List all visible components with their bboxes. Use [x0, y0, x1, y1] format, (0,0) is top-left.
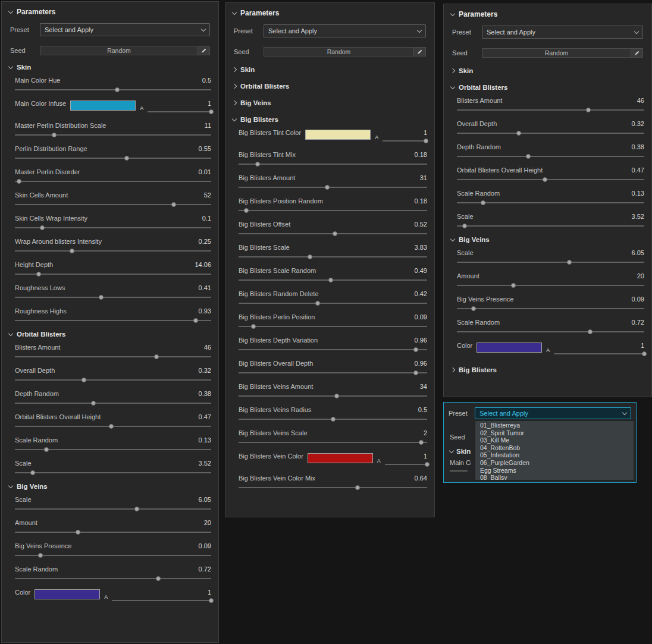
- slider-handle[interactable]: [481, 200, 485, 205]
- slider[interactable]: [239, 323, 427, 329]
- section-header-skin[interactable]: Skin: [450, 448, 475, 455]
- slider-handle[interactable]: [244, 208, 249, 213]
- slider-handle[interactable]: [424, 139, 428, 143]
- slider[interactable]: [239, 439, 427, 445]
- section-header-big-veins[interactable]: Big Veins: [451, 236, 644, 243]
- slider[interactable]: [239, 254, 427, 260]
- slider[interactable]: [385, 461, 427, 467]
- preset-select[interactable]: Select and Apply: [40, 23, 210, 36]
- slider[interactable]: [239, 347, 427, 353]
- section-header-skin[interactable]: Skin: [451, 67, 644, 74]
- slider-handle[interactable]: [334, 394, 339, 398]
- preset-select[interactable]: Select and Apply: [482, 26, 643, 39]
- slider[interactable]: [15, 271, 211, 277]
- slider-handle[interactable]: [40, 225, 45, 230]
- slider-handle[interactable]: [471, 306, 476, 311]
- slider[interactable]: [457, 153, 644, 159]
- preset-option[interactable]: 06_PurpleGarden: [475, 459, 634, 467]
- slider-handle[interactable]: [462, 224, 467, 228]
- slider-handle[interactable]: [209, 109, 214, 114]
- slider[interactable]: [239, 416, 427, 422]
- color-swatch[interactable]: [35, 589, 100, 599]
- slider[interactable]: [239, 277, 427, 283]
- slider-handle[interactable]: [325, 185, 330, 190]
- seed-random-button[interactable]: Random: [40, 46, 210, 55]
- slider-handle[interactable]: [586, 108, 591, 112]
- preset-option[interactable]: 08_Ballsy: [475, 474, 634, 480]
- slider-handle[interactable]: [516, 131, 521, 136]
- slider[interactable]: [15, 294, 211, 300]
- slider-handle[interactable]: [134, 507, 139, 511]
- slider-handle[interactable]: [109, 424, 114, 429]
- section-header-skin[interactable]: Skin: [9, 64, 211, 71]
- slider[interactable]: [15, 178, 211, 184]
- slider-handle[interactable]: [171, 202, 176, 207]
- slider-handle[interactable]: [315, 301, 320, 306]
- slider-handle[interactable]: [38, 553, 43, 558]
- slider[interactable]: [15, 354, 211, 360]
- slider[interactable]: [239, 370, 427, 376]
- slider[interactable]: [15, 248, 211, 254]
- slider[interactable]: [457, 259, 644, 265]
- slider-handle[interactable]: [30, 470, 35, 475]
- slider-handle[interactable]: [91, 401, 96, 406]
- section-header-orbital-blisters[interactable]: Orbital Blisters: [233, 83, 427, 90]
- section-header-orbital-blisters[interactable]: Orbital Blisters: [451, 84, 644, 91]
- slider-handle[interactable]: [567, 260, 572, 265]
- slider-handle[interactable]: [328, 278, 333, 282]
- slider-handle[interactable]: [156, 576, 161, 581]
- slider-handle[interactable]: [124, 156, 129, 161]
- color-swatch[interactable]: [70, 100, 136, 111]
- preset-select[interactable]: Select and Apply: [264, 24, 426, 37]
- preset-option[interactable]: 04_RottenBob: [475, 444, 634, 452]
- slider-handle[interactable]: [543, 177, 547, 182]
- slider-handle[interactable]: [588, 329, 593, 334]
- preset-option[interactable]: 03_Kill Me: [475, 436, 634, 444]
- slider[interactable]: [239, 300, 427, 306]
- slider[interactable]: [239, 161, 427, 167]
- preset-option[interactable]: Egg Streams: [475, 467, 634, 475]
- slider-handle[interactable]: [413, 347, 418, 352]
- slider-handle[interactable]: [70, 249, 74, 253]
- panel-header[interactable]: Parameters: [451, 10, 644, 18]
- slider[interactable]: [15, 447, 211, 453]
- color-swatch[interactable]: [305, 130, 371, 140]
- pencil-icon[interactable]: [631, 49, 642, 57]
- slider[interactable]: [457, 107, 644, 113]
- slider[interactable]: [15, 202, 211, 208]
- slider-handle[interactable]: [333, 231, 337, 236]
- seed-random-button[interactable]: Random: [264, 47, 426, 56]
- slider[interactable]: [239, 231, 427, 237]
- slider-handle[interactable]: [308, 255, 312, 259]
- slider-handle[interactable]: [413, 370, 418, 375]
- slider[interactable]: [457, 223, 644, 229]
- slider-handle[interactable]: [17, 179, 21, 184]
- seed-random-button[interactable]: Random: [482, 48, 643, 58]
- slider-handle[interactable]: [251, 324, 256, 329]
- slider-handle[interactable]: [331, 417, 336, 422]
- slider-handle[interactable]: [255, 162, 260, 167]
- slider-handle[interactable]: [44, 447, 49, 452]
- slider[interactable]: [15, 576, 211, 582]
- slider[interactable]: [15, 400, 211, 406]
- slider[interactable]: [15, 423, 211, 429]
- slider[interactable]: [239, 393, 427, 399]
- section-header-big-blisters[interactable]: Big Blisters: [451, 366, 644, 373]
- slider[interactable]: [457, 200, 644, 206]
- section-header-big-veins[interactable]: Big Veins: [233, 99, 427, 106]
- slider-handle[interactable]: [511, 283, 516, 288]
- slider-handle[interactable]: [419, 440, 424, 445]
- color-swatch[interactable]: [308, 453, 373, 463]
- slider-handle[interactable]: [425, 462, 430, 467]
- slider-handle[interactable]: [115, 87, 120, 92]
- slider[interactable]: [15, 132, 211, 138]
- pencil-icon[interactable]: [198, 46, 209, 55]
- slider[interactable]: [15, 318, 211, 323]
- slider-handle[interactable]: [193, 318, 198, 323]
- slider[interactable]: [239, 485, 427, 491]
- slider-handle[interactable]: [82, 378, 86, 382]
- preset-option[interactable]: 05_Infestation: [475, 451, 634, 459]
- slider-handle[interactable]: [209, 598, 214, 603]
- slider[interactable]: [15, 87, 211, 93]
- slider[interactable]: [457, 130, 644, 136]
